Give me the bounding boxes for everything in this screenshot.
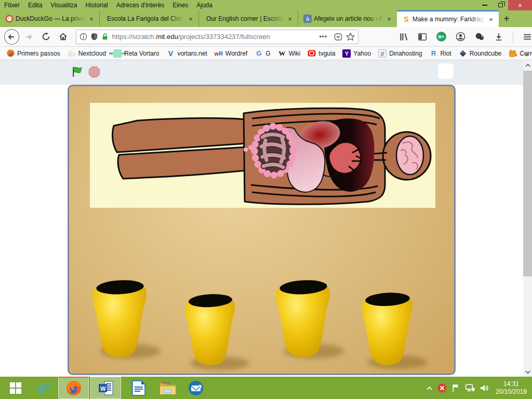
tab-close-button[interactable]: × [186, 15, 195, 23]
tab-make-a-mummy-active[interactable]: S Make a mummy: Faridrag × [397, 10, 499, 27]
bookmark-wiki[interactable]: W Wiki [278, 49, 301, 58]
restore-icon [498, 3, 503, 7]
back-button[interactable] [4, 29, 19, 45]
pocket-icon[interactable] [334, 33, 342, 41]
bookmark-primers-passos[interactable]: Primers passos [6, 49, 60, 58]
scratch-player-controls-bar [0, 60, 523, 85]
hamburger-menu-icon[interactable] [523, 32, 532, 42]
forward-button[interactable] [21, 29, 36, 45]
menu-bar: Fitxer Edita Visualitza Historial Adrece… [0, 0, 532, 10]
reload-icon [42, 32, 50, 41]
page-actions-button[interactable]: ••• [319, 33, 327, 41]
bookmark-wordref[interactable]: wR Wordref [215, 49, 247, 58]
firefox-taskbar-button[interactable] [58, 377, 89, 399]
bookmark-tvguia[interactable]: tvguia [308, 49, 335, 58]
minimize-button[interactable] [477, 0, 493, 10]
tab-close-button[interactable]: × [285, 15, 295, 23]
menu-edita[interactable]: Edita [24, 1, 46, 10]
network-icon[interactable] [465, 383, 475, 392]
thunderbird-button[interactable] [183, 377, 209, 399]
wordpress-a-icon: à [303, 15, 312, 23]
revo-icon: RE VO [113, 49, 122, 58]
chevron-down-icon [525, 370, 530, 374]
speaker-icon[interactable] [480, 384, 489, 392]
file-explorer-button[interactable] [155, 377, 181, 399]
page-scrollbar[interactable] [523, 60, 532, 377]
scroll-up-button[interactable] [523, 60, 532, 70]
canopic-jar-3[interactable] [269, 273, 338, 360]
menu-historial[interactable]: Historial [82, 1, 112, 10]
tab-afegeix-article[interactable]: à Afegeix un article nou ‹ Esc × [298, 10, 397, 27]
word-taskbar-button[interactable]: W [90, 377, 121, 399]
tab-our-english-corner[interactable]: Our English corner | Escola La × [198, 10, 298, 27]
bookmark-nextcloud[interactable]: Nextcloud [68, 49, 106, 58]
tab-close-button[interactable]: × [486, 16, 496, 23]
canopic-jar-1[interactable] [86, 273, 154, 360]
menu-ajuda[interactable]: Ajuda [192, 1, 217, 10]
reload-button[interactable] [38, 29, 54, 45]
canopic-jar-2[interactable] [177, 287, 244, 367]
bookmark-label: Primers passos [17, 50, 60, 57]
extension-spheres-icon[interactable] [475, 32, 485, 42]
start-button[interactable] [3, 377, 28, 399]
close-window-button[interactable]: × [508, 0, 532, 10]
canopic-jar-4[interactable] [353, 286, 422, 367]
bloody-vikings-extension-icon[interactable]: B+ [436, 32, 446, 42]
bookmark-dinahosting[interactable]: g Dinahosting [378, 49, 422, 58]
restore-button[interactable] [493, 0, 508, 10]
bookmark-yahoo[interactable]: Y Yahoo [342, 49, 371, 58]
scratch-icon: S [402, 15, 410, 23]
exit-fullscreen-button[interactable] [438, 63, 454, 79]
tray-chevron-up-icon[interactable] [426, 385, 433, 391]
menu-visualitza[interactable]: Visualitza [46, 1, 81, 10]
url-bar[interactable]: https://scratch.mit.edu/projects/3373342… [76, 30, 358, 44]
bookmark-vortaro-net[interactable]: V vortaro.net [166, 49, 207, 58]
account-icon[interactable] [456, 32, 466, 42]
bookmark-riot[interactable]: R Riot [430, 49, 451, 58]
minimize-icon [482, 5, 487, 6]
scrollbar-thumb[interactable] [523, 71, 532, 276]
new-tab-button[interactable]: + [499, 10, 514, 27]
window-controls: × [477, 0, 532, 10]
scroll-down-button[interactable] [523, 367, 532, 377]
chevron-up-icon [525, 63, 530, 67]
mummy-body-sprite[interactable] [90, 103, 435, 208]
bookmark-label: tvguia [318, 50, 335, 57]
tab-close-button[interactable]: × [87, 15, 96, 23]
tab-duckduckgo[interactable]: DuckDuckGo — La privad × [0, 10, 99, 27]
page-info-icon[interactable] [79, 33, 87, 41]
camera-icon [509, 49, 517, 58]
taskbar-clock[interactable]: 14:31 20/10/2019 [496, 380, 530, 396]
word-icon: W [98, 381, 114, 395]
menu-eines[interactable]: Eines [168, 1, 192, 10]
bookmark-roundcube[interactable]: Roundcube [459, 49, 501, 58]
tab-close-button[interactable]: × [384, 15, 394, 23]
yahoo-icon: Y [342, 49, 351, 58]
bookmark-star-icon[interactable] [346, 32, 355, 41]
stop-button[interactable] [88, 66, 100, 78]
scratch-stage[interactable] [68, 85, 456, 375]
internet-explorer-button[interactable]: e [31, 377, 56, 399]
download-icon[interactable] [494, 32, 503, 42]
bookmarks-overflow-chevron[interactable]: » [525, 47, 529, 60]
menu-fitxer[interactable]: Fitxer [0, 1, 24, 10]
error-badge-icon[interactable] [437, 383, 447, 393]
home-button[interactable] [56, 29, 71, 45]
bookmark-google[interactable]: G G [255, 49, 270, 58]
green-flag-button[interactable] [71, 66, 83, 78]
bookmark-reta-vortaro[interactable]: RE VO Reta Vortaro [113, 49, 159, 58]
menu-adreces[interactable]: Adreces d'interès [112, 1, 168, 10]
tab-escola-farigola[interactable]: Escola La Farigola del Clot | Al × [99, 10, 198, 27]
url-text: https://scratch.mit.edu/projects/3373342… [112, 33, 316, 41]
document-app-button[interactable] [126, 377, 152, 399]
google-g-icon: G [255, 49, 263, 58]
action-center-flag-icon[interactable] [451, 383, 460, 392]
library-icon[interactable] [399, 32, 408, 42]
clock-date: 20/10/2019 [496, 388, 527, 396]
tracking-protection-shield-icon[interactable] [90, 33, 98, 41]
sidebar-icon[interactable] [418, 32, 427, 42]
cloud-icon [68, 49, 76, 58]
wordreference-icon: wR [215, 49, 223, 58]
bookmark-label: G [265, 50, 270, 57]
brain-organ[interactable] [396, 136, 423, 175]
